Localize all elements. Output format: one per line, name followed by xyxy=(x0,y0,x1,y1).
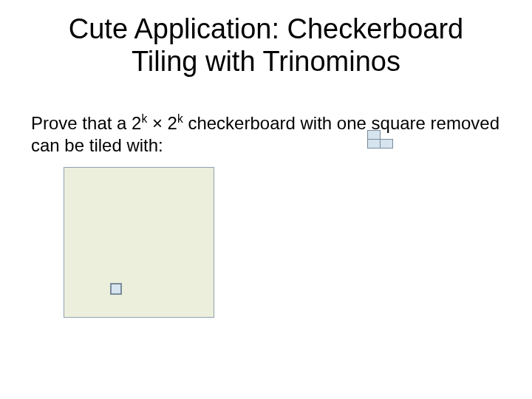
slide-title: Cute Application: Checkerboard Tiling wi… xyxy=(0,0,532,78)
title-line-2: Tiling with Trinominos xyxy=(132,46,400,77)
body-exp-2: k xyxy=(177,112,183,125)
trinomino-icon xyxy=(367,130,395,149)
body-part-1: Prove that a 2 xyxy=(31,113,141,133)
body-part-2: × 2 xyxy=(147,113,177,133)
trinomino-cell-bottom-left xyxy=(367,139,381,149)
title-line-1: Cute Application: Checkerboard xyxy=(69,13,463,44)
removed-square xyxy=(110,283,122,295)
checkerboard xyxy=(64,167,214,318)
body-text: Prove that a 2k × 2k checkerboard with o… xyxy=(31,112,504,157)
trinomino-cell-bottom-right xyxy=(380,139,393,149)
